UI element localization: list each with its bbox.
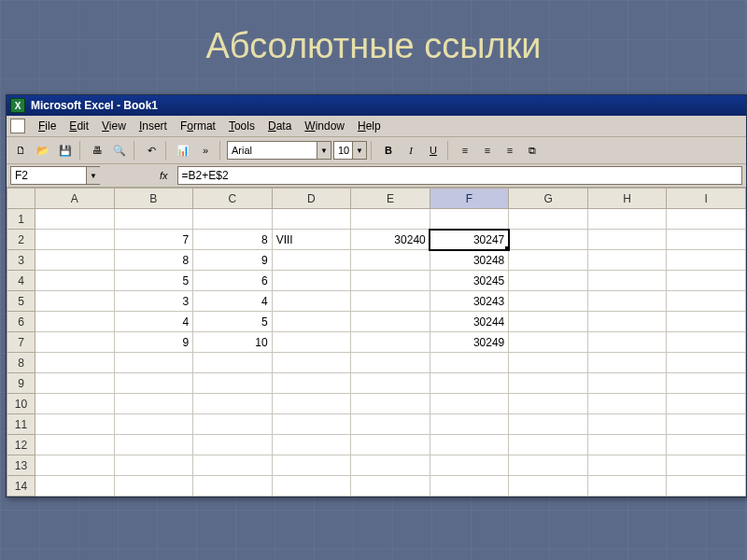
row-header-14[interactable]: 14 bbox=[7, 476, 35, 497]
cell-E14[interactable] bbox=[351, 476, 430, 497]
cell-C2[interactable]: 8 bbox=[193, 230, 273, 250]
cell-B10[interactable] bbox=[114, 394, 193, 414]
cell-H8[interactable] bbox=[587, 353, 667, 373]
chevron-down-icon[interactable]: ▼ bbox=[86, 167, 100, 184]
row-header-10[interactable]: 10 bbox=[7, 394, 35, 414]
cell-F12[interactable] bbox=[430, 435, 509, 455]
cell-G14[interactable] bbox=[509, 476, 588, 497]
cell-I7[interactable] bbox=[667, 332, 746, 353]
col-header-H[interactable]: H bbox=[587, 189, 667, 209]
col-header-E[interactable]: E bbox=[351, 189, 430, 209]
cell-C8[interactable] bbox=[193, 353, 273, 373]
cell-G9[interactable] bbox=[509, 373, 588, 394]
cell-G5[interactable] bbox=[509, 291, 588, 312]
cell-I10[interactable] bbox=[667, 394, 746, 414]
cell-F6[interactable]: 30244 bbox=[430, 312, 509, 332]
cell-A6[interactable] bbox=[35, 312, 115, 332]
cell-H6[interactable] bbox=[587, 312, 667, 332]
print-icon[interactable]: 🖶 bbox=[87, 140, 107, 161]
menu-tools[interactable]: Tools bbox=[223, 118, 261, 134]
cell-G10[interactable] bbox=[509, 394, 588, 414]
cell-B6[interactable]: 4 bbox=[114, 312, 193, 332]
cell-C12[interactable] bbox=[193, 435, 273, 455]
cell-I12[interactable] bbox=[667, 435, 746, 455]
cell-F8[interactable] bbox=[430, 353, 509, 373]
cell-E9[interactable] bbox=[351, 373, 430, 394]
cell-H12[interactable] bbox=[587, 435, 667, 455]
col-header-B[interactable]: B bbox=[114, 189, 193, 209]
cell-H3[interactable] bbox=[587, 250, 667, 271]
menu-view[interactable]: View bbox=[96, 118, 132, 134]
cell-A11[interactable] bbox=[35, 414, 115, 435]
cell-H5[interactable] bbox=[587, 291, 667, 312]
col-header-F[interactable]: F bbox=[430, 189, 509, 209]
chevron-down-icon[interactable]: ▼ bbox=[352, 142, 366, 159]
cell-A13[interactable] bbox=[35, 455, 115, 476]
cell-B1[interactable] bbox=[114, 209, 193, 230]
cell-H9[interactable] bbox=[587, 373, 667, 394]
cell-A9[interactable] bbox=[35, 373, 115, 394]
align-right-icon[interactable]: ≡ bbox=[500, 140, 520, 161]
undo-icon[interactable]: ↶ bbox=[141, 140, 162, 161]
col-header-D[interactable]: D bbox=[272, 189, 351, 209]
cell-E4[interactable] bbox=[351, 271, 430, 291]
cell-F5[interactable]: 30243 bbox=[430, 291, 509, 312]
cell-A5[interactable] bbox=[35, 291, 115, 312]
cell-E10[interactable] bbox=[351, 394, 430, 414]
row-header-3[interactable]: 3 bbox=[7, 250, 35, 271]
new-icon[interactable]: 🗋 bbox=[10, 140, 31, 161]
cell-D7[interactable] bbox=[272, 332, 351, 353]
cell-B4[interactable]: 5 bbox=[114, 271, 193, 291]
cell-B13[interactable] bbox=[114, 455, 193, 476]
cell-G6[interactable] bbox=[509, 312, 588, 332]
cell-G8[interactable] bbox=[509, 353, 588, 373]
cell-H7[interactable] bbox=[587, 332, 667, 353]
preview-icon[interactable]: 🔍 bbox=[109, 140, 130, 161]
cell-G13[interactable] bbox=[509, 455, 588, 476]
cell-I1[interactable] bbox=[667, 209, 746, 230]
cell-F3[interactable]: 30248 bbox=[430, 250, 509, 271]
cell-D9[interactable] bbox=[272, 373, 351, 394]
toolbar-expand-icon[interactable]: » bbox=[195, 140, 216, 161]
cell-C14[interactable] bbox=[193, 476, 273, 497]
cell-I4[interactable] bbox=[667, 271, 746, 291]
cell-F2[interactable]: 30247 bbox=[430, 230, 509, 250]
cell-D8[interactable] bbox=[272, 353, 351, 373]
cell-C6[interactable]: 5 bbox=[193, 312, 273, 332]
cell-A3[interactable] bbox=[35, 250, 115, 271]
select-all-corner[interactable] bbox=[7, 189, 35, 209]
cell-F14[interactable] bbox=[430, 476, 509, 497]
cell-G1[interactable] bbox=[509, 209, 588, 230]
cell-A8[interactable] bbox=[35, 353, 115, 373]
cell-G3[interactable] bbox=[509, 250, 588, 271]
col-header-G[interactable]: G bbox=[509, 189, 588, 209]
cell-F10[interactable] bbox=[430, 394, 509, 414]
cell-E8[interactable] bbox=[351, 353, 430, 373]
cell-D5[interactable] bbox=[272, 291, 351, 312]
cell-E11[interactable] bbox=[351, 414, 430, 435]
cell-F11[interactable] bbox=[430, 414, 509, 435]
cell-A1[interactable] bbox=[35, 209, 115, 230]
row-header-13[interactable]: 13 bbox=[7, 455, 35, 476]
align-center-icon[interactable]: ≡ bbox=[477, 140, 498, 161]
cell-E5[interactable] bbox=[351, 291, 430, 312]
chart-icon[interactable]: 📊 bbox=[173, 140, 193, 161]
cell-D2[interactable]: VIII bbox=[272, 230, 351, 250]
cell-H2[interactable] bbox=[587, 230, 667, 250]
cell-D4[interactable] bbox=[272, 271, 351, 291]
cell-C4[interactable]: 6 bbox=[193, 271, 273, 291]
cell-D1[interactable] bbox=[272, 209, 351, 230]
cell-E6[interactable] bbox=[351, 312, 430, 332]
cell-G12[interactable] bbox=[509, 435, 588, 455]
cell-A10[interactable] bbox=[35, 394, 115, 414]
cell-I5[interactable] bbox=[667, 291, 746, 312]
col-header-I[interactable]: I bbox=[667, 189, 746, 209]
name-box[interactable]: F2 ▼ bbox=[10, 166, 100, 185]
cell-D10[interactable] bbox=[272, 394, 351, 414]
cell-A2[interactable] bbox=[35, 230, 115, 250]
bold-button[interactable]: B bbox=[378, 140, 399, 161]
row-header-1[interactable]: 1 bbox=[7, 209, 35, 230]
cell-H1[interactable] bbox=[587, 209, 667, 230]
cell-E12[interactable] bbox=[351, 435, 430, 455]
menu-window[interactable]: Window bbox=[299, 118, 350, 134]
